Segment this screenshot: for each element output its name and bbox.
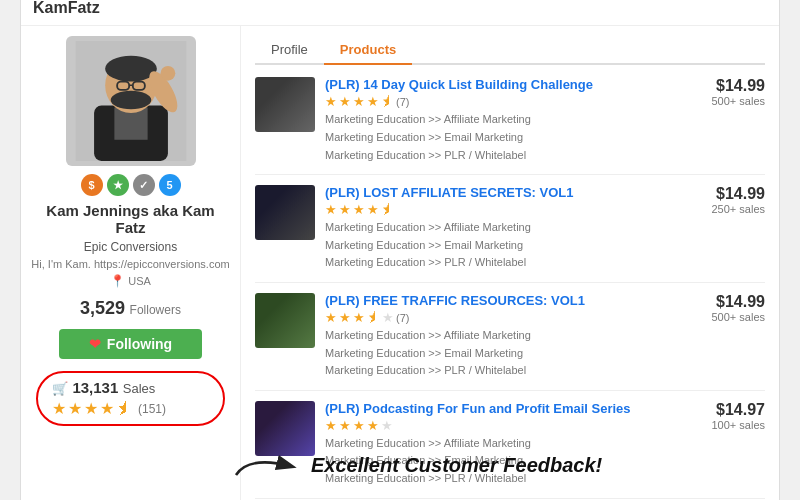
badge-check: ✓ — [133, 174, 155, 196]
product-price: $14.99 — [685, 77, 765, 95]
svg-point-6 — [110, 91, 151, 109]
following-button[interactable]: ❤ Following — [59, 329, 202, 359]
avatar-image — [71, 41, 191, 161]
star-empty: ★ — [382, 310, 394, 325]
product-thumbnail — [255, 401, 315, 456]
product-info: (PLR) FREE TRAFFIC RESOURCES: VOL1 ★★★⯨★… — [325, 293, 675, 380]
product-item: (PLR) FREE TRAFFIC RESOURCES: VOL1 ★★★⯨★… — [255, 293, 765, 391]
badge-five: 5 — [159, 174, 181, 196]
page-title: KamFatz — [21, 0, 779, 26]
product-stars: ★★★★★ — [325, 418, 675, 433]
sales-count: 13,131 — [72, 379, 118, 396]
product-category: Marketing Education >> Affiliate Marketi… — [325, 219, 675, 237]
pin-icon: 📍 — [110, 274, 125, 288]
product-category: Marketing Education >> PLR / Whitelabel — [325, 147, 675, 165]
product-thumbnail — [255, 77, 315, 132]
badges-row: $ ★ ✓ 5 — [81, 174, 181, 196]
product-sales: 500+ sales — [685, 311, 765, 323]
right-panel: Profile Products (PLR) 14 Day Quick List… — [241, 26, 779, 500]
followers-area: 3,529 Followers — [80, 298, 181, 319]
svg-point-5 — [105, 56, 157, 82]
stars-row: ★ ★ ★ ★ ⯨ (151) — [52, 399, 209, 418]
star-half: ⯨ — [367, 310, 380, 325]
product-price-area: $14.97 100+ sales — [685, 401, 765, 431]
following-label: Following — [107, 336, 172, 352]
product-category: Marketing Education >> Affiliate Marketi… — [325, 111, 675, 129]
product-stars: ★★★⯨★ (7) — [325, 310, 675, 325]
star-empty: ★ — [381, 418, 393, 433]
sales-area: 🛒 13,131 Sales ★ ★ ★ ★ ⯨ (151) — [36, 371, 225, 426]
product-item: (PLR) 14 Day Quick List Building Challen… — [255, 77, 765, 175]
profile-location: 📍 USA — [110, 274, 151, 288]
star-filled: ★ — [325, 418, 337, 433]
heart-icon: ❤ — [89, 336, 101, 352]
star-filled: ★ — [353, 202, 365, 217]
product-category: Marketing Education >> Email Marketing — [325, 345, 675, 363]
product-price-area: $14.99 500+ sales — [685, 293, 765, 323]
product-sales: 500+ sales — [685, 95, 765, 107]
product-info: (PLR) LOST AFFILIATE SECRETS: VOL1 ★★★★⯨… — [325, 185, 675, 272]
product-thumbnail — [255, 293, 315, 348]
star-filled: ★ — [325, 202, 337, 217]
profile-name: Kam Jennings aka Kam Fatz — [31, 202, 230, 236]
product-price-area: $14.99 500+ sales — [685, 77, 765, 107]
star-filled: ★ — [339, 94, 351, 109]
product-title[interactable]: (PLR) LOST AFFILIATE SECRETS: VOL1 — [325, 185, 675, 200]
profile-bio: Hi, I'm Kam. https://epicconversions.com — [31, 258, 229, 270]
svg-point-8 — [160, 66, 175, 81]
product-review-count: (7) — [396, 96, 409, 108]
product-title[interactable]: (PLR) Podcasting For Fun and Profit Emai… — [325, 401, 675, 416]
star-filled: ★ — [353, 310, 365, 325]
product-title[interactable]: (PLR) FREE TRAFFIC RESOURCES: VOL1 — [325, 293, 675, 308]
badge-star: ★ — [107, 174, 129, 196]
star-filled: ★ — [367, 418, 379, 433]
cart-icon: 🛒 — [52, 381, 68, 396]
product-item: (PLR) LOST AFFILIATE SECRETS: VOL1 ★★★★⯨… — [255, 185, 765, 283]
product-category: Marketing Education >> Email Marketing — [325, 129, 675, 147]
product-sales: 250+ sales — [685, 203, 765, 215]
tabs-row: Profile Products — [255, 36, 765, 65]
main-container: KamFatz — [20, 0, 780, 500]
star-4: ★ — [100, 399, 114, 418]
product-stars: ★★★★⯨ (7) — [325, 94, 675, 109]
arrow-icon — [231, 451, 301, 481]
tab-profile[interactable]: Profile — [255, 36, 324, 65]
product-review-count: (7) — [396, 312, 409, 324]
avatar — [66, 36, 196, 166]
product-price: $14.99 — [685, 293, 765, 311]
star-filled: ★ — [353, 418, 365, 433]
star-5-half: ⯨ — [116, 400, 132, 418]
star-half: ⯨ — [381, 202, 394, 217]
feedback-text: Excellent Customer Feedback! — [311, 454, 602, 477]
product-price: $14.99 — [685, 185, 765, 203]
star-filled: ★ — [339, 418, 351, 433]
product-stars: ★★★★⯨ — [325, 202, 675, 217]
product-category: Marketing Education >> Email Marketing — [325, 237, 675, 255]
star-half: ⯨ — [381, 94, 394, 109]
product-price: $14.97 — [685, 401, 765, 419]
feedback-area: Excellent Customer Feedback! — [231, 451, 602, 481]
product-sales: 100+ sales — [685, 419, 765, 431]
sales-label: Sales — [123, 381, 156, 396]
product-category: Marketing Education >> Affiliate Marketi… — [325, 327, 675, 345]
star-3: ★ — [84, 399, 98, 418]
followers-count: 3,529 — [80, 298, 125, 318]
star-filled: ★ — [367, 202, 379, 217]
product-title[interactable]: (PLR) 14 Day Quick List Building Challen… — [325, 77, 675, 92]
star-2: ★ — [68, 399, 82, 418]
star-filled: ★ — [339, 310, 351, 325]
star-1: ★ — [52, 399, 66, 418]
product-category: Marketing Education >> PLR / Whitelabel — [325, 362, 675, 380]
content-area: $ ★ ✓ 5 Kam Jennings aka Kam Fatz Epic C… — [21, 26, 779, 500]
product-list: (PLR) 14 Day Quick List Building Challen… — [255, 77, 765, 498]
star-filled: ★ — [325, 94, 337, 109]
product-price-area: $14.99 250+ sales — [685, 185, 765, 215]
review-count: (151) — [138, 402, 166, 416]
left-panel: $ ★ ✓ 5 Kam Jennings aka Kam Fatz Epic C… — [21, 26, 241, 500]
star-filled: ★ — [325, 310, 337, 325]
product-category: Marketing Education >> PLR / Whitelabel — [325, 254, 675, 272]
followers-label: Followers — [130, 303, 181, 317]
tab-products[interactable]: Products — [324, 36, 412, 65]
product-thumbnail — [255, 185, 315, 240]
product-info: (PLR) 14 Day Quick List Building Challen… — [325, 77, 675, 164]
